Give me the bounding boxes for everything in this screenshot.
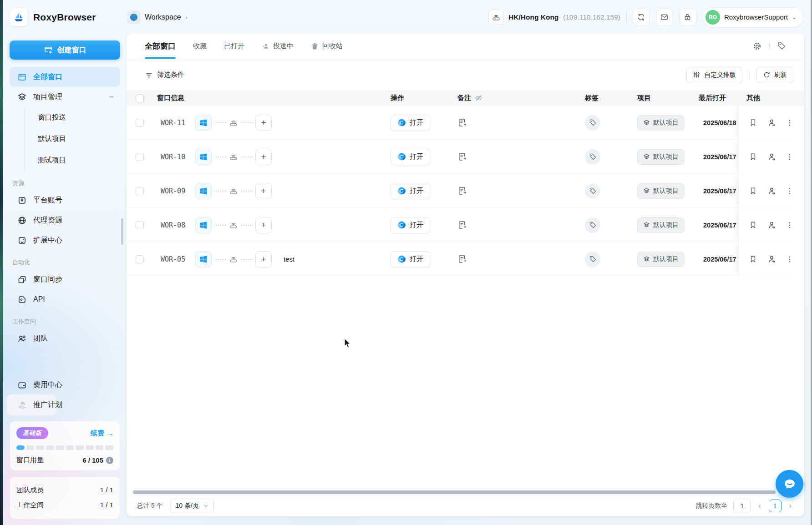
project-badge[interactable]: 默认项目 (637, 217, 685, 233)
tab-dispatching[interactable]: 投送中 (262, 33, 294, 59)
sidebar-item-platform-accounts[interactable]: 平台账号 (10, 190, 120, 210)
sync-button[interactable] (633, 9, 650, 26)
windows-os-button[interactable] (195, 251, 212, 268)
renew-link[interactable]: 续费 → (91, 429, 113, 438)
mail-button[interactable] (656, 9, 673, 26)
row-checkbox[interactable] (136, 119, 144, 127)
sidebar-item-window-sync[interactable]: 窗口同步 (10, 269, 120, 289)
refresh-button[interactable]: 刷新 (756, 67, 793, 83)
more-options-icon[interactable] (786, 187, 794, 195)
next-page-button[interactable]: › (787, 501, 793, 511)
layers-icon (17, 92, 27, 102)
jump-page-input[interactable] (733, 499, 751, 513)
sidebar-item-extension-center[interactable]: 扩展中心 (10, 230, 120, 250)
row-checkbox[interactable] (136, 153, 144, 161)
open-window-button[interactable]: 打开 (391, 149, 430, 165)
sidebar-item-default-project[interactable]: 默认项目 (25, 128, 127, 150)
page-1-button[interactable]: 1 (769, 500, 782, 512)
sidebar-item-project-management[interactable]: 项目管理 − (10, 87, 120, 107)
open-window-button[interactable]: 打开 (391, 115, 430, 131)
project-badge[interactable]: 默认项目 (637, 252, 685, 267)
windows-os-button[interactable] (195, 115, 212, 131)
transfer-user-icon[interactable] (767, 187, 776, 196)
add-tag-button[interactable] (585, 115, 600, 131)
custom-layout-button[interactable]: 自定义排版 (686, 67, 742, 83)
add-tag-button[interactable] (585, 149, 600, 165)
project-badge[interactable]: 默认项目 (637, 149, 685, 165)
sidebar-item-team[interactable]: 团队 (10, 328, 120, 348)
windows-os-button[interactable] (195, 217, 212, 233)
settings-button[interactable] (752, 41, 762, 51)
workspace-label: Workspace (145, 13, 181, 21)
tab-opened[interactable]: 已打开 (224, 33, 244, 59)
add-tag-button[interactable] (585, 217, 600, 233)
transfer-user-icon[interactable] (767, 152, 776, 162)
collapse-icon[interactable]: − (109, 93, 114, 101)
tab-recycle-bin[interactable]: 回收站 (311, 33, 343, 59)
user-menu[interactable]: RO RoxybrowserSupport ⌄ (702, 7, 803, 27)
project-badge[interactable]: 默认项目 (637, 183, 685, 199)
sidebar-item-test-project[interactable]: 测试项目 (25, 150, 127, 171)
window-name: test (284, 255, 294, 263)
wallet-icon (17, 380, 27, 390)
horizontal-scrollbar[interactable] (133, 490, 776, 494)
windows-os-button[interactable] (195, 149, 212, 165)
bookmark-icon[interactable] (749, 118, 757, 127)
sidebar-scrollbar[interactable] (121, 218, 123, 245)
transfer-user-icon[interactable] (767, 221, 776, 230)
sidebar-item-billing-center[interactable]: 费用中心 (10, 375, 120, 395)
router-icon (488, 10, 504, 25)
add-note-icon[interactable] (457, 118, 467, 127)
more-options-icon[interactable] (786, 153, 794, 161)
add-tag-button[interactable] (585, 252, 600, 267)
add-note-icon[interactable] (457, 254, 467, 264)
sidebar-item-promotion[interactable]: 推广计划 (10, 395, 120, 415)
column-note: 备注 (457, 94, 471, 102)
sidebar-item-proxy-resources[interactable]: 代理资源 (10, 210, 120, 230)
transfer-user-icon[interactable] (767, 118, 776, 127)
bookmark-icon[interactable] (749, 187, 757, 195)
open-window-button[interactable]: 打开 (391, 251, 430, 268)
tab-all-windows[interactable]: 全部窗口 (145, 33, 176, 59)
add-note-icon[interactable] (457, 220, 467, 230)
filter-button[interactable]: 筛选条件 (145, 71, 184, 79)
transfer-user-icon[interactable] (767, 255, 776, 264)
select-all-checkbox[interactable] (136, 94, 144, 102)
workspace-breadcrumb[interactable]: Workspace › (127, 10, 188, 24)
sidebar-item-window-dispatch[interactable]: 窗口投送 (25, 107, 127, 128)
lock-button[interactable] (679, 9, 696, 26)
page-size-select[interactable]: 10 条/页 (170, 499, 214, 513)
stat-workspaces: 工作空间 1 / 1 (16, 498, 113, 513)
globe-icon (127, 10, 141, 24)
prev-page-button[interactable]: ‹ (756, 501, 762, 511)
project-badge[interactable]: 默认项目 (637, 115, 685, 131)
sidebar-item-all-windows[interactable]: 全部窗口 (10, 67, 120, 87)
tag-manager-button[interactable] (777, 41, 786, 50)
windows-os-button[interactable] (195, 183, 212, 199)
row-checkbox[interactable] (136, 187, 144, 195)
bookmark-icon[interactable] (749, 255, 757, 263)
eye-off-icon[interactable] (475, 94, 482, 102)
add-proxy-button[interactable]: + (255, 115, 272, 131)
add-tag-button[interactable] (585, 183, 600, 199)
row-checkbox[interactable] (136, 221, 144, 229)
more-options-icon[interactable] (786, 119, 794, 127)
support-chat-button[interactable] (776, 470, 803, 498)
more-options-icon[interactable] (786, 221, 794, 229)
row-checkbox[interactable] (136, 255, 144, 263)
open-window-button[interactable]: 打开 (391, 217, 430, 233)
add-proxy-button[interactable]: + (255, 183, 272, 199)
proxy-info-button[interactable]: HK/Hong Kong (109.110.162.159) (488, 10, 620, 25)
sidebar-item-api[interactable]: API (10, 289, 120, 309)
add-proxy-button[interactable]: + (255, 217, 272, 233)
more-options-icon[interactable] (786, 255, 794, 263)
add-proxy-button[interactable]: + (255, 149, 272, 165)
add-note-icon[interactable] (457, 152, 467, 162)
add-proxy-button[interactable]: + (255, 251, 272, 268)
open-window-button[interactable]: 打开 (391, 183, 430, 199)
bookmark-icon[interactable] (749, 221, 757, 229)
tab-favorites[interactable]: 收藏 (193, 33, 207, 59)
add-note-icon[interactable] (457, 186, 467, 196)
bookmark-icon[interactable] (749, 152, 757, 161)
create-window-button[interactable]: 创建窗口 (10, 40, 120, 60)
